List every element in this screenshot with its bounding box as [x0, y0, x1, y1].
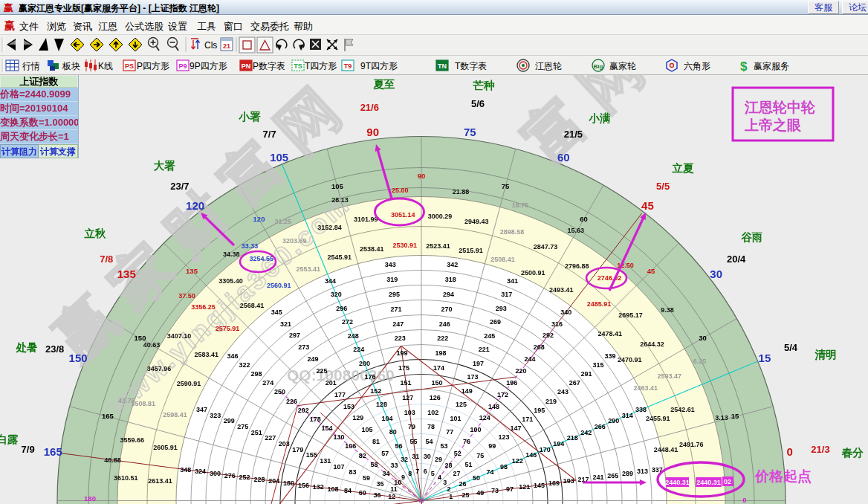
svg-text:342: 342 [447, 261, 458, 268]
svg-text:5/6: 5/6 [471, 98, 485, 109]
svg-text:247: 247 [392, 320, 404, 328]
svg-text:春分: 春分 [841, 447, 864, 459]
svg-text:立秋: 立秋 [84, 227, 107, 239]
svg-text:252: 252 [239, 474, 250, 481]
svg-text:清明: 清明 [814, 349, 837, 361]
svg-text:37.50: 37.50 [178, 292, 195, 300]
svg-text:45: 45 [641, 199, 654, 212]
svg-text:106: 106 [345, 442, 356, 450]
svg-text:131: 131 [320, 457, 331, 465]
svg-text:341: 341 [507, 277, 518, 285]
svg-text:313: 313 [637, 468, 648, 475]
svg-text:21/6: 21/6 [360, 102, 379, 113]
svg-text:291: 291 [581, 370, 592, 378]
svg-text:292: 292 [542, 332, 554, 339]
svg-text:220: 220 [515, 367, 526, 375]
svg-text:74: 74 [486, 468, 493, 476]
svg-text:194: 194 [553, 440, 564, 448]
svg-text:2530.91: 2530.91 [393, 242, 418, 249]
svg-text:156: 156 [298, 482, 309, 489]
svg-text:75: 75 [502, 182, 510, 190]
svg-text:34: 34 [382, 470, 389, 477]
svg-text:175: 175 [398, 364, 409, 372]
svg-text:26: 26 [459, 480, 466, 488]
svg-text:2463.41: 2463.41 [634, 384, 658, 392]
svg-text:23/7: 23/7 [170, 181, 189, 192]
svg-text:0: 0 [787, 445, 793, 458]
svg-text:6.25: 6.25 [693, 358, 707, 365]
svg-text:273: 273 [298, 343, 309, 351]
svg-text:130: 130 [333, 433, 344, 441]
svg-text:3305.40: 3305.40 [218, 277, 243, 285]
svg-text:135: 135 [117, 268, 136, 280]
svg-text:25: 25 [461, 491, 469, 499]
svg-text:293: 293 [496, 305, 507, 312]
svg-text:275: 275 [237, 423, 248, 430]
svg-text:59: 59 [363, 474, 370, 482]
svg-text:242: 242 [580, 429, 592, 436]
svg-text:223: 223 [395, 335, 406, 342]
svg-text:340: 340 [560, 308, 571, 316]
svg-text:3152.84: 3152.84 [317, 224, 342, 231]
svg-text:269: 269 [490, 318, 501, 326]
svg-text:2515.91: 2515.91 [459, 247, 483, 254]
svg-text:123: 123 [499, 433, 510, 441]
svg-text:149: 149 [461, 387, 473, 395]
svg-text:PN: PN [242, 62, 251, 70]
svg-text:45: 45 [647, 267, 655, 275]
svg-text:5/4: 5/4 [784, 342, 798, 353]
svg-text:202: 202 [298, 407, 309, 414]
svg-text:81: 81 [372, 438, 380, 445]
svg-text:128: 128 [376, 401, 387, 408]
svg-text:5/5: 5/5 [656, 181, 670, 192]
svg-text:2593.47: 2593.47 [658, 372, 682, 380]
svg-text:226: 226 [286, 398, 297, 405]
svg-text:339: 339 [604, 352, 615, 360]
svg-text:127: 127 [402, 394, 413, 401]
svg-text:56: 56 [395, 442, 402, 450]
svg-text:36: 36 [373, 491, 380, 499]
svg-text:294: 294 [443, 291, 454, 298]
svg-text:317: 317 [501, 291, 512, 298]
svg-text:15: 15 [731, 412, 739, 420]
svg-text:100: 100 [470, 426, 482, 433]
svg-text:9: 9 [401, 474, 405, 481]
svg-text:上帝之眼: 上帝之眼 [744, 117, 802, 133]
svg-text:P9: P9 [178, 62, 187, 70]
svg-text:30: 30 [699, 334, 707, 342]
svg-text:135: 135 [186, 267, 198, 275]
svg-text:2523.41: 2523.41 [426, 242, 450, 250]
svg-text:31.25: 31.25 [275, 218, 292, 225]
svg-text:228: 228 [253, 476, 265, 483]
svg-text:2542.61: 2542.61 [670, 406, 695, 413]
svg-text:241: 241 [592, 474, 603, 481]
svg-text:105: 105 [331, 182, 344, 190]
svg-text:2440.31: 2440.31 [696, 479, 721, 486]
svg-text:155: 155 [306, 451, 317, 459]
svg-text:57: 57 [381, 450, 389, 457]
svg-text:151: 151 [401, 379, 412, 387]
svg-text:222: 222 [437, 335, 448, 342]
svg-text:33.33: 33.33 [242, 242, 259, 250]
svg-text:296: 296 [336, 305, 347, 312]
svg-text:2568.41: 2568.41 [240, 302, 265, 309]
svg-text:6: 6 [424, 468, 427, 475]
svg-text:TS: TS [294, 62, 302, 70]
svg-text:147: 147 [510, 424, 521, 432]
svg-text:73: 73 [491, 487, 499, 494]
svg-text:29: 29 [435, 456, 442, 463]
svg-text:145: 145 [534, 482, 545, 489]
svg-text:Big: Big [594, 63, 603, 70]
svg-text:2491.76: 2491.76 [679, 441, 704, 448]
svg-text:$: $ [740, 59, 748, 74]
svg-text:324: 324 [195, 468, 206, 475]
svg-text:319: 319 [386, 276, 398, 283]
svg-text:3101.99: 3101.99 [354, 216, 378, 223]
svg-text:180: 180 [84, 494, 96, 503]
svg-text:124: 124 [479, 414, 490, 421]
svg-text:价格起点: 价格起点 [754, 468, 812, 484]
svg-text:60: 60 [580, 215, 588, 223]
svg-text:5: 5 [431, 470, 435, 477]
svg-text:3.13: 3.13 [715, 414, 728, 421]
svg-text:290: 290 [608, 417, 619, 424]
